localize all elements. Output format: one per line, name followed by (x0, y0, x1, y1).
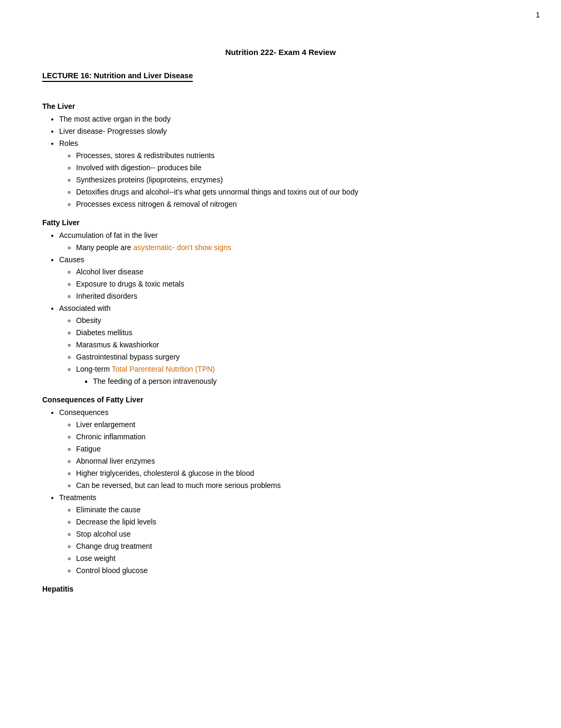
list-item: Liver enlargement (76, 419, 519, 430)
list-item: Roles (59, 138, 519, 149)
hepatitis-section-title: Hepatitis (42, 585, 519, 593)
list-item: Can be reversed, but can lead to much mo… (76, 480, 519, 491)
list-item: Many people are asystematic- don't show … (76, 242, 519, 253)
list-item: Abnormal liver enzymes (76, 456, 519, 467)
list-item: Diabetes mellitus (76, 327, 519, 338)
asystematic-label: asystematic- don't show signs (133, 243, 231, 252)
list-item: Exposure to drugs & toxic metals (76, 279, 519, 290)
list-item: Stop alcohol use (76, 529, 519, 540)
list-item: Control blood glucose (76, 565, 519, 576)
list-item: Chronic inflammation (76, 431, 519, 443)
list-item: Long-term Total Parenteral Nutrition (TP… (76, 364, 519, 375)
list-item: Liver disease- Progresses slowly (59, 126, 519, 137)
lecture-header: LECTURE 16: Nutrition and Liver Disease (42, 71, 193, 82)
tpn-link: Total Parenteral Nutrition (TPN) (111, 365, 214, 373)
list-item: The feeding of a person intravenously (93, 376, 519, 387)
list-item: Processes, stores & redistributes nutrie… (76, 150, 519, 161)
list-item: Processes excess nitrogen & removal of n… (76, 199, 519, 210)
list-item: Accumulation of fat in the liver (59, 230, 519, 241)
list-item: Gastrointestinal bypass surgery (76, 352, 519, 363)
list-item: Causes (59, 254, 519, 265)
list-item: Decrease the lipid levels (76, 517, 519, 528)
consequences-section-title: Consequences of Fatty Liver (42, 395, 519, 404)
list-item: Alcohol liver disease (76, 266, 519, 278)
list-item: Synthesizes proteins (lipoproteins, enzy… (76, 174, 519, 186)
asystematic-prefix: Many people are (76, 243, 133, 252)
fatty-liver-section-title: Fatty Liver (42, 218, 519, 227)
tpn-prefix: Long-term (76, 365, 111, 373)
list-item: Inherited disorders (76, 291, 519, 302)
list-item: Detoxifies drugs and alcohol--it's what … (76, 187, 519, 198)
list-item: Higher triglycerides, cholesterol & gluc… (76, 468, 519, 479)
list-item: Obesity (76, 315, 519, 326)
list-item: Consequences (59, 407, 519, 418)
list-item: Associated with (59, 303, 519, 314)
list-item: Treatments (59, 492, 519, 503)
liver-section-title: The Liver (42, 102, 519, 110)
page-number: 1 (536, 11, 540, 19)
list-item: Lose weight (76, 553, 519, 564)
list-item: Change drug treatment (76, 541, 519, 552)
list-item: Marasmus & kwashiorkor (76, 339, 519, 351)
main-title: Nutrition 222- Exam 4 Review (42, 48, 519, 57)
list-item: Involved with digestion-- produces bile (76, 162, 519, 173)
list-item: The most active organ in the body (59, 114, 519, 125)
list-item: Eliminate the cause (76, 504, 519, 515)
list-item: Fatigue (76, 444, 519, 455)
